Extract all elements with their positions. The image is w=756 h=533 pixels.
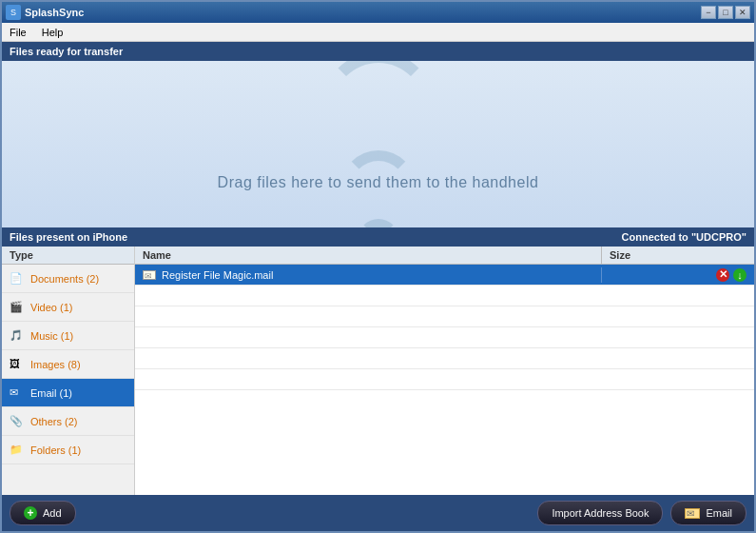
col-size-header: Size [602, 247, 754, 264]
category-images[interactable]: Images (8) [2, 350, 134, 379]
files-content: Type Documents (2) Video (1) Music (1) I… [2, 247, 754, 495]
category-video-label: Video (1) [30, 302, 72, 313]
email-label: Email [706, 507, 732, 519]
restore-button[interactable]: □ [718, 6, 733, 19]
menu-help[interactable]: Help [38, 26, 68, 39]
menu-file[interactable]: File [6, 26, 30, 39]
save-file-icon[interactable]: ↓ [733, 268, 746, 282]
action-bar: + Add Import Address Book Email [2, 495, 754, 531]
file-panel: Name Size Register File Magic.mail ✕ ↓ [135, 247, 754, 495]
close-button[interactable]: ✕ [735, 6, 750, 19]
col-type-header: Type [2, 247, 134, 265]
add-label: Add [43, 507, 62, 519]
category-music-label: Music (1) [30, 330, 73, 342]
email-button[interactable]: Email [670, 501, 746, 525]
files-header-right: Connected to "UDCPRO" [622, 231, 746, 243]
drop-text: Drag files here to send them to the hand… [218, 174, 539, 191]
empty-row [135, 286, 754, 306]
images-icon [10, 357, 25, 372]
top-section-header: Files ready for transfer [2, 42, 754, 61]
title-bar-left: S SplashSync [6, 5, 84, 20]
empty-row [135, 348, 754, 369]
title-bar: S SplashSync − □ ✕ [2, 2, 754, 23]
others-icon [10, 414, 25, 429]
files-section-header: Files present on iPhone Connected to "UD… [2, 227, 754, 247]
app-icon: S [6, 5, 21, 20]
category-others-label: Others (2) [30, 416, 78, 427]
category-others[interactable]: Others (2) [2, 407, 134, 436]
file-columns-header: Name Size [135, 247, 754, 265]
email-icon [10, 385, 25, 401]
drop-zone[interactable]: Drag files here to send them to the hand… [2, 61, 754, 227]
file-name: Register File Magic.mail [162, 269, 273, 281]
import-address-book-button[interactable]: Import Address Book [537, 501, 663, 525]
category-music[interactable]: Music (1) [2, 322, 134, 350]
file-row-size: ✕ ↓ [602, 266, 754, 284]
category-video[interactable]: Video (1) [2, 293, 134, 322]
file-row-name: Register File Magic.mail [135, 267, 602, 283]
category-email-label: Email (1) [30, 387, 72, 399]
category-folders[interactable]: Folders (1) [2, 436, 134, 464]
minimize-button[interactable]: − [701, 6, 716, 19]
main-window: S SplashSync − □ ✕ File Help Files ready… [0, 0, 756, 533]
action-right: Import Address Book Email [537, 501, 746, 525]
doc-icon [10, 271, 25, 286]
category-email[interactable]: Email (1) [2, 379, 134, 407]
empty-row [135, 327, 754, 348]
email-file-icon [143, 270, 156, 280]
category-documents-label: Documents (2) [30, 273, 99, 285]
email-btn-icon [685, 508, 700, 519]
category-documents[interactable]: Documents (2) [2, 265, 134, 293]
wifi-icon [321, 80, 436, 227]
empty-row [135, 369, 754, 390]
table-row[interactable]: Register File Magic.mail ✕ ↓ [135, 265, 754, 286]
menu-bar: File Help [2, 23, 754, 42]
music-icon [10, 328, 25, 344]
video-icon [10, 300, 25, 315]
categories-panel: Type Documents (2) Video (1) Music (1) I… [2, 247, 135, 495]
folders-icon [10, 443, 25, 458]
import-label: Import Address Book [552, 507, 649, 519]
col-name-header: Name [135, 247, 602, 264]
delete-file-icon[interactable]: ✕ [716, 268, 729, 282]
title-bar-controls: − □ ✕ [701, 6, 750, 19]
window-title: SplashSync [25, 7, 84, 18]
category-images-label: Images (8) [30, 359, 81, 370]
category-folders-label: Folders (1) [30, 444, 81, 456]
action-left: + Add [10, 501, 76, 525]
files-header-left: Files present on iPhone [10, 231, 127, 243]
add-button[interactable]: + Add [10, 501, 76, 525]
add-icon: + [24, 506, 37, 520]
empty-row [135, 306, 754, 327]
files-section: Files present on iPhone Connected to "UD… [2, 227, 754, 531]
file-rows: Register File Magic.mail ✕ ↓ [135, 265, 754, 495]
